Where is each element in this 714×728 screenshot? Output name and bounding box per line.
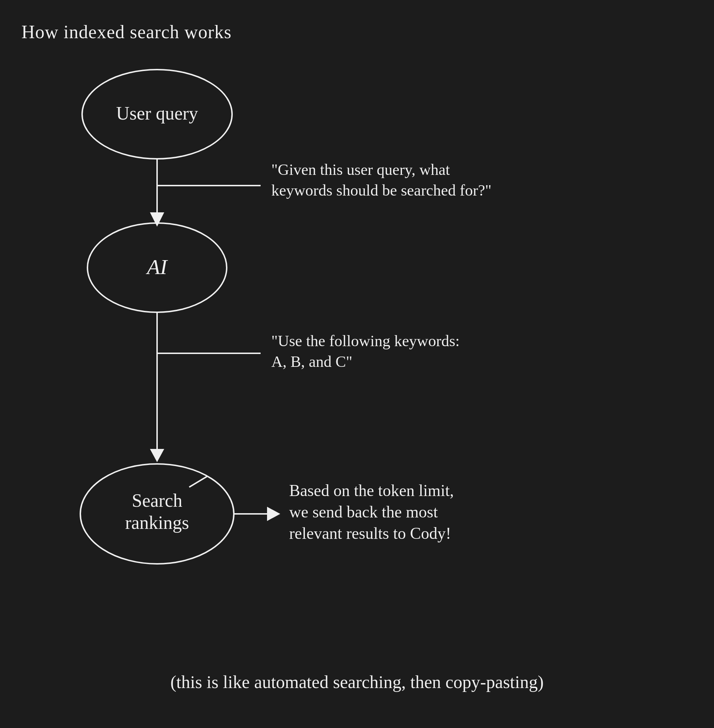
diagram-container: How indexed search works User query "Giv… (0, 0, 714, 728)
annotation-3-line3: relevant results to Cody! (289, 524, 451, 542)
user-query-label: User query (116, 103, 198, 123)
annotation-2-line1: "Use the following keywords: (272, 332, 460, 350)
annotation-3-arrow-head (267, 507, 280, 521)
annotation-1-line1: "Given this user query, what (272, 161, 450, 178)
footer-text: (this is like automated searching, then … (0, 672, 714, 692)
ai-label: AI (146, 255, 168, 279)
search-rankings-label2: rankings (125, 512, 189, 533)
annotation-1-line2: keywords should be searched for?" (272, 182, 492, 199)
search-rankings-label1: Search (132, 490, 182, 511)
annotation-2-line2: A, B, and C" (272, 353, 352, 370)
inbound-arrow-to-search-rankings (189, 476, 207, 487)
arrow-uq-ai-head (150, 212, 164, 226)
annotation-3-line1: Based on the token limit, (289, 481, 454, 500)
arrow-ai-sr-head (150, 449, 164, 462)
annotation-3-line2: we send back the most (289, 503, 438, 521)
main-diagram: User query "Given this user query, what … (0, 0, 714, 728)
